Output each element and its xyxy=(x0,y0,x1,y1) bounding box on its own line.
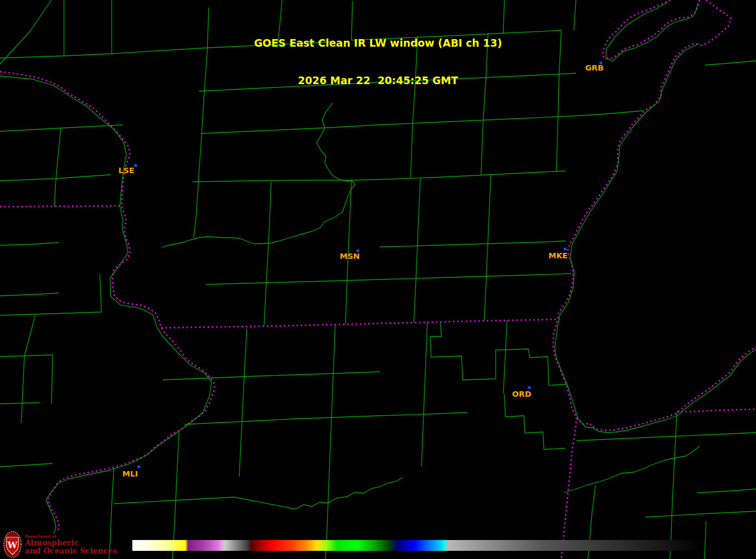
county-line xyxy=(114,497,296,509)
county-line xyxy=(704,521,706,559)
county-line xyxy=(0,125,123,131)
aos-logo-text: Department of Atmospheric and Oceanic Sc… xyxy=(25,535,117,555)
city-label-ORD: ORD xyxy=(512,390,531,398)
county-line xyxy=(264,182,271,325)
city-dot-LSE xyxy=(134,164,137,167)
county-line xyxy=(484,175,491,321)
city-dot-MLI xyxy=(138,466,140,468)
county-line xyxy=(0,293,59,296)
county-line xyxy=(0,403,40,404)
wi-il-border xyxy=(161,319,560,328)
county-line xyxy=(670,413,677,559)
city-MSN: MSN xyxy=(339,250,360,261)
county-line xyxy=(0,175,111,181)
county-line xyxy=(503,320,507,393)
city-MKE: MKE xyxy=(548,248,568,261)
county-line xyxy=(54,180,56,207)
county-line xyxy=(24,315,35,356)
county-line xyxy=(697,489,756,493)
county-line xyxy=(56,128,61,180)
logo-line-1: Atmospheric xyxy=(25,539,117,547)
in-mi-border xyxy=(677,409,756,412)
wisconsin-river xyxy=(162,103,355,247)
county-line xyxy=(0,355,53,357)
county-line xyxy=(0,243,59,245)
rock-river xyxy=(296,478,402,509)
title-product: GOES East Clean IR LW window (ABI ch 13) xyxy=(0,37,756,49)
kankakee-river xyxy=(564,446,700,493)
city-label-MSN: MSN xyxy=(339,252,360,261)
county-line xyxy=(184,412,467,424)
city-label-MKE: MKE xyxy=(548,251,568,260)
county-line xyxy=(201,115,590,134)
county-line xyxy=(0,463,53,467)
county-line xyxy=(163,372,380,380)
county-line xyxy=(325,325,335,559)
city-LSE: LSE xyxy=(118,164,137,175)
city-ORD: ORD xyxy=(512,386,531,399)
county-line xyxy=(21,356,24,423)
county-line xyxy=(430,322,441,336)
county-line xyxy=(193,171,565,182)
county-line xyxy=(504,394,565,449)
city-MLI: MLI xyxy=(122,466,140,479)
county-line xyxy=(421,322,427,467)
county-line xyxy=(645,511,756,517)
county-line xyxy=(100,274,101,312)
county-line xyxy=(239,328,247,477)
mississippi-river-border xyxy=(0,72,215,532)
county-line xyxy=(380,241,566,247)
il-in-border xyxy=(561,417,576,559)
county-line xyxy=(52,355,53,404)
city-dot-MKE xyxy=(564,248,567,251)
title-timestamp: 2026 Mar 22 20:45:25 GMT xyxy=(0,74,756,87)
uw-crest-icon: W xyxy=(3,531,22,558)
county-line xyxy=(0,312,101,315)
satellite-image-viewport: GRBLSEMSNMKEORDMLI GOES East Clean IR LW… xyxy=(0,0,756,559)
county-line xyxy=(430,336,567,385)
city-dot-ORD xyxy=(528,386,531,389)
mn-ia-border xyxy=(0,206,121,207)
mississippi-river-bank xyxy=(0,76,212,534)
city-label-LSE: LSE xyxy=(118,166,134,175)
county-line xyxy=(194,171,199,238)
image-titles: GOES East Clean IR LW window (ABI ch 13)… xyxy=(0,12,756,112)
county-line xyxy=(414,179,420,323)
city-label-MLI: MLI xyxy=(122,469,138,478)
colorbar xyxy=(132,540,702,551)
aos-logo: W Department of Atmospheric and Oceanic … xyxy=(3,531,117,558)
logo-line-2: and Oceanic Sciences xyxy=(25,547,117,555)
svg-text:W: W xyxy=(7,540,18,550)
county-line xyxy=(576,433,756,441)
county-line xyxy=(206,274,571,284)
